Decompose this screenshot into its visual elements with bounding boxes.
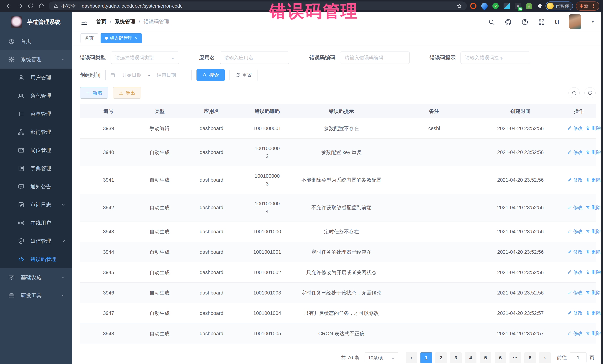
forward-icon[interactable] xyxy=(14,1,25,10)
address-bar[interactable]: 不安全 dashboard.yudao.iocoder.cn/system/er… xyxy=(49,1,467,10)
cell-message: 只允许修改为开启或者关闭状态 xyxy=(293,262,390,283)
page-button-3[interactable]: 3 xyxy=(450,352,462,363)
page-button-8[interactable]: 8 xyxy=(524,352,536,363)
sidebar-item-角色管理[interactable]: 角色管理 xyxy=(0,87,72,105)
sidebar-item-字典管理[interactable]: 字典管理 xyxy=(0,159,72,177)
page-button-1[interactable]: 1 xyxy=(420,352,432,363)
sidebar-item-基础设施[interactable]: 基础设施 xyxy=(0,268,72,287)
extension-ubuntu-icon[interactable] xyxy=(470,3,476,9)
collapse-sidebar-icon[interactable] xyxy=(81,17,88,26)
start-date-input[interactable] xyxy=(118,72,146,78)
edit-link[interactable]: 修改 xyxy=(567,176,583,184)
error-hint-input[interactable] xyxy=(465,55,525,61)
sidebar-item-首页[interactable]: 首页 xyxy=(0,32,72,50)
sidebar-item-部门管理[interactable]: 部门管理 xyxy=(0,123,72,141)
breadcrumb-system[interactable]: 系统管理 xyxy=(115,18,135,25)
delete-link[interactable]: 删除 xyxy=(586,268,601,276)
delete-link[interactable]: 删除 xyxy=(586,309,601,317)
sidebar-item-审计日志[interactable]: 审计日志 xyxy=(0,196,72,214)
pencil-icon xyxy=(567,150,572,154)
edit-link[interactable]: 修改 xyxy=(567,248,583,255)
edit-link[interactable]: 修改 xyxy=(567,203,583,211)
breadcrumb-home[interactable]: 首页 xyxy=(96,18,106,25)
cell-type: 自动生成 xyxy=(137,221,182,242)
back-icon[interactable] xyxy=(4,1,14,10)
browser-menu-icon[interactable]: ⋮ xyxy=(591,3,596,9)
cell-type: 自动生成 xyxy=(137,242,182,262)
cell-app: dashboard xyxy=(182,118,241,139)
edit-link[interactable]: 修改 xyxy=(567,288,583,296)
page-button-2[interactable]: 2 xyxy=(435,352,447,363)
search-button[interactable]: 搜索 xyxy=(197,69,225,81)
tag-view-bar: 首页 错误码管理 × xyxy=(72,32,603,45)
cell-id: 3947 xyxy=(80,303,137,323)
close-tab-icon[interactable]: × xyxy=(135,36,138,41)
sidebar-item-研发工具[interactable]: 研发工具 xyxy=(0,287,72,305)
delete-link[interactable]: 删除 xyxy=(586,176,601,184)
create-time-range-picker[interactable]: - xyxy=(105,69,192,81)
tab-home[interactable]: 首页 xyxy=(81,33,98,43)
sidebar-item-错误码管理[interactable]: 错误码管理 xyxy=(0,250,72,268)
export-button[interactable]: 导出 xyxy=(113,87,141,99)
avatar-dropdown-caret-icon[interactable]: ▼ xyxy=(591,19,595,24)
page-size-select[interactable]: 10条/页 ⌄ xyxy=(365,352,398,363)
end-date-input[interactable] xyxy=(152,72,180,78)
add-button[interactable]: 新增 xyxy=(80,87,108,99)
delete-link[interactable]: 删除 xyxy=(586,124,601,132)
next-page-button[interactable]: › xyxy=(539,352,551,363)
edit-link[interactable]: 修改 xyxy=(567,309,583,317)
delete-link[interactable]: 删除 xyxy=(586,329,601,337)
edit-link[interactable]: 修改 xyxy=(567,227,583,235)
page-button-···[interactable]: ··· xyxy=(510,352,521,363)
cell-memo xyxy=(390,166,479,194)
page-button-5[interactable]: 5 xyxy=(480,352,491,363)
sidebar-item-岗位管理[interactable]: 岗位管理 xyxy=(0,141,72,159)
reset-button[interactable]: 重置 xyxy=(230,69,258,81)
reload-icon[interactable] xyxy=(25,1,36,10)
prev-page-button[interactable]: ‹ xyxy=(406,352,417,363)
github-icon[interactable] xyxy=(505,18,512,26)
edit-link[interactable]: 修改 xyxy=(567,329,583,337)
extension-squares-icon[interactable] xyxy=(504,3,510,9)
delete-link[interactable]: 删除 xyxy=(586,203,601,211)
sidebar-item-通知公告[interactable]: 通知公告 xyxy=(0,177,72,196)
bookmark-star-icon[interactable] xyxy=(456,3,462,9)
goto-page-input[interactable] xyxy=(570,352,587,363)
user-avatar[interactable] xyxy=(569,14,581,29)
cell-type: 自动生成 xyxy=(137,323,182,344)
sidebar-item-短信管理[interactable]: 短信管理 xyxy=(0,232,72,250)
extensions-puzzle-icon[interactable] xyxy=(537,3,543,9)
delete-link[interactable]: 删除 xyxy=(586,227,601,235)
sidebar-item-用户管理[interactable]: 用户管理 xyxy=(0,69,72,87)
error-code-input[interactable] xyxy=(345,55,405,61)
page-button-6[interactable]: 6 xyxy=(495,352,506,363)
sidebar-item-系统管理[interactable]: 系统管理 xyxy=(0,50,72,69)
app-name-input[interactable] xyxy=(224,55,285,61)
delete-link[interactable]: 删除 xyxy=(586,148,601,156)
font-size-icon[interactable]: tT xyxy=(555,18,560,25)
edit-link[interactable]: 修改 xyxy=(567,268,583,276)
sidebar-item-菜单管理[interactable]: 菜单管理 xyxy=(0,105,72,123)
help-icon[interactable] xyxy=(521,18,528,26)
extension-pin-icon[interactable] xyxy=(480,1,489,10)
browser-update-button[interactable]: 更新 ⋮ xyxy=(576,1,599,11)
toggle-search-button[interactable] xyxy=(568,87,580,99)
sidebar-item-在线用户[interactable]: 在线用户 xyxy=(0,214,72,232)
sidebar-logo[interactable]: 芋道管理系统 xyxy=(0,12,72,32)
refresh-table-button[interactable] xyxy=(584,87,596,99)
extension-key-icon[interactable]: ⚷ xyxy=(526,3,532,9)
browser-profile-badge[interactable]: 已暂停 xyxy=(545,1,573,10)
tab-error-code[interactable]: 错误码管理 × xyxy=(101,33,142,43)
search-icon[interactable] xyxy=(488,18,495,26)
delete-link[interactable]: 删除 xyxy=(586,248,601,255)
edit-link[interactable]: 修改 xyxy=(567,148,583,156)
extension-v-icon[interactable]: V xyxy=(492,3,499,9)
home-icon[interactable] xyxy=(36,1,47,10)
error-type-select[interactable]: 请选择错误码类型 ⌄ xyxy=(111,52,179,64)
delete-link[interactable]: 删除 xyxy=(586,288,601,296)
extension-tampermonkey-icon[interactable]: on≡ xyxy=(515,3,521,9)
page-button-4[interactable]: 4 xyxy=(465,352,476,363)
fullscreen-icon[interactable] xyxy=(538,18,545,26)
window-scrollbar-track[interactable] xyxy=(601,12,603,364)
edit-link[interactable]: 修改 xyxy=(567,124,583,132)
